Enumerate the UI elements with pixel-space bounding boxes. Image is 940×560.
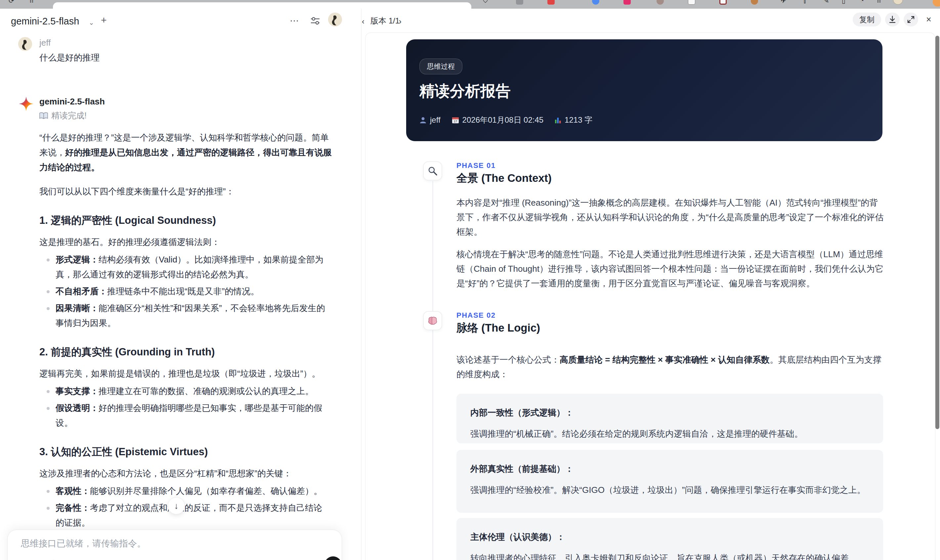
chevron-down-icon[interactable]: ⌄ [89, 18, 94, 26]
bullet-item: 事实支撑：推理建立在可靠的数据、准确的观测或公认的真理之上。 [39, 384, 330, 398]
assistant-message: gemini-2.5-flash 精读完成! “什么是好的推理？”这是一个涉及逻… [39, 95, 332, 560]
scroll-to-bottom-button[interactable]: ↓ [168, 497, 185, 514]
extension-icon[interactable] [751, 0, 758, 5]
bar-chart-icon [555, 116, 561, 124]
bullet-list: 形式逻辑：结构必须有效（Valid）。比如演绎推理中，如果前提全部为真，那么通过… [39, 252, 332, 331]
clock-icon[interactable]: ◔ [860, 0, 864, 4]
date-meta: 17 2026年01月08日 02:45 [452, 115, 544, 125]
section-intro: 逻辑再完美，如果前提是错误的，推理也是垃圾（即“垃圾进，垃圾出”）。 [39, 366, 332, 381]
user-message-text: 什么是好的推理 [39, 52, 332, 63]
phase2-node [423, 311, 442, 330]
extension-icon[interactable] [516, 0, 523, 5]
bullet-item: 不自相矛盾：推理链条中不能出现“既是又非”的情况。 [39, 284, 330, 299]
section-intro: 这是推理的基石。好的推理必须遵循逻辑法则： [39, 235, 332, 249]
logic-card-text: 转向推理者的心理特征。引入奥卡姆剃刀和反向论证，旨在克服人类（或机器）天然存在的… [470, 551, 869, 560]
extension-icon[interactable] [547, 0, 555, 5]
extension-icon[interactable] [592, 0, 599, 5]
split-view-icon[interactable]: ⫿ [804, 0, 806, 4]
word-count-meta: 1213 字 [555, 115, 592, 125]
browser-toolbar: ⟳ ⠿ ⛉ ✈ ⫿ ✎ ▯ ◔ ⠿ [0, 0, 940, 9]
logic-card: 主体伦理（认识美德）： 转向推理者的心理特征。引入奥卡姆剃刀和反向论证，旨在克服… [456, 518, 883, 560]
logic-card-title: 主体伦理（认识美德）： [470, 531, 869, 543]
user-avatar [18, 37, 32, 51]
bullet-item: 完备性：考虑了对立的观点和潜在的反证，而不是只选择支持自己结论的证据。 [39, 500, 330, 530]
version-label: 版本 1/1 [370, 15, 399, 26]
profile-avatar[interactable] [893, 0, 903, 5]
chat-scroll-area[interactable]: jeff 什么是好的推理 [0, 33, 362, 560]
svg-text:17: 17 [454, 120, 457, 123]
phase2-lead: 该论述基于一个核心公式：高质量结论 = 结构完整性 × 事实准确性 × 认知自律… [456, 352, 886, 382]
address-bar[interactable] [53, 2, 472, 9]
window-scrollbar[interactable] [935, 36, 939, 429]
phase2-title: 脉络 (The Logic) [456, 321, 540, 335]
book-icon [39, 112, 48, 119]
phase1-title: 全景 (The Context) [456, 171, 552, 186]
timeline-line [432, 181, 433, 560]
close-panel-button[interactable]: × [922, 12, 935, 26]
logic-card-title: 外部真实性（前提基础）： [470, 463, 869, 475]
voice-input-button[interactable] [324, 556, 342, 560]
assistant-name: gemini-2.5-flash [39, 95, 332, 107]
author-meta: jeff [419, 115, 441, 125]
gemini-logo-icon [19, 97, 33, 111]
tab-grid-icon[interactable]: ⠿ [29, 0, 34, 5]
section-intro: 这涉及推理者的心态和方法论，也是区分“杠精”和“思想家”的关键： [39, 466, 332, 481]
chat-header: gemini-2.5-flash ⌄ + ⋯ [0, 9, 361, 33]
report-meta: jeff 17 2026年01月08日 02:45 [419, 115, 592, 125]
reload-icon[interactable]: ⟳ [9, 0, 14, 5]
bookmark-bar-icon[interactable]: ⛉ [483, 0, 488, 4]
artifact-content[interactable]: 思维过程 精读分析报告 jeff 17 2026年01月08日 [365, 32, 935, 560]
section-heading: 1. 逻辑的严密性 (Logical Soundness) [39, 214, 332, 228]
version-next-button[interactable]: › [399, 15, 402, 28]
section-heading: 3. 认知的公正性 (Epistemic Virtues) [39, 445, 332, 459]
extension-icon[interactable] [688, 0, 695, 5]
logic-card: 外部真实性（前提基础）： 强调推理的“经验校准”。解决“GIGO（垃圾进，垃圾出… [456, 450, 883, 513]
logic-card-text: 强调推理的“机械正确”。结论必须在给定的规则系统内逻辑自洽，这是推理的硬件基础。 [470, 426, 869, 441]
pen-icon[interactable]: ✎ [824, 0, 829, 5]
close-icon: × [926, 15, 931, 25]
section-heading: 2. 前提的真实性 (Grounding in Truth) [39, 345, 332, 359]
browser-corner-icon[interactable] [933, 0, 940, 7]
phase1-node [423, 162, 442, 180]
extension-icon[interactable] [624, 0, 631, 5]
artifact-header: ‹ 版本 1/1 › 复制 × [362, 9, 940, 32]
person-icon [419, 116, 427, 124]
user-name: jeff [39, 36, 332, 48]
download-button[interactable] [885, 12, 900, 26]
extension-icon[interactable] [720, 0, 727, 5]
report-title: 精读分析报告 [419, 81, 511, 102]
assistant-intro: “什么是好的推理？”这是一个涉及逻辑学、认知科学和哲学核心的问题。简单来说，好的… [39, 130, 332, 175]
logic-card-title: 内部一致性（形式逻辑）： [470, 407, 869, 418]
version-prev-button[interactable]: ‹ [362, 15, 365, 28]
phase1-label: PHASE 01 [456, 162, 495, 170]
copy-button[interactable]: 复制 [853, 12, 881, 26]
assistant-lead: 我们可以从以下四个维度来衡量什么是“好的推理”： [39, 184, 332, 199]
phase1-paragraph: 本内容是对“推理 (Reasoning)”这一抽象概念的高层建模。在知识爆炸与人… [456, 195, 886, 239]
chat-input[interactable] [21, 538, 305, 549]
extension-icon[interactable]: ✈ [781, 0, 786, 5]
model-title[interactable]: gemini-2.5-flash [11, 16, 79, 27]
more-options-button[interactable]: ⋯ [290, 15, 300, 26]
logic-card: 内部一致性（形式逻辑）： 强调推理的“机械正确”。结论必须在给定的规则系统内逻辑… [456, 394, 883, 443]
logic-card-text: 强调推理的“经验校准”。解决“GIGO（垃圾进，垃圾出）”问题，确保推理引擎运行… [470, 483, 869, 497]
artifact-panel: ‹ 版本 1/1 › 复制 × 思维过程 精读分析报告 [362, 9, 940, 560]
phase1-paragraph: 核心情境在于解决“思考的随意性”问题。不论是人类通过批判性思维进行决策，还是大语… [456, 247, 886, 291]
message-composer[interactable]: + [7, 529, 342, 560]
chat-panel: gemini-2.5-flash ⌄ + ⋯ [0, 9, 362, 560]
download-icon [889, 15, 896, 23]
new-chat-button[interactable]: + [101, 15, 107, 26]
magnifier-icon [428, 166, 438, 176]
extension-icon[interactable] [656, 0, 664, 5]
expand-icon [907, 15, 915, 23]
calendar-icon: 17 [452, 116, 459, 124]
arrow-down-icon: ↓ [174, 501, 179, 511]
phase2-label: PHASE 02 [456, 311, 495, 320]
fullscreen-button[interactable] [904, 12, 918, 26]
bullet-item: 因果清晰：能准确区分“相关性”和“因果关系”，不会轻率地将先后发生的事情归为因果… [39, 301, 330, 331]
tune-settings-icon[interactable] [310, 17, 320, 25]
device-icon[interactable]: ▯ [842, 0, 845, 5]
grid-icon[interactable]: ⠿ [877, 0, 881, 5]
workspace-avatar[interactable] [328, 12, 342, 26]
assistant-status: 精读完成! [39, 110, 332, 121]
bullet-item: 假设透明：好的推理会明确指明哪些是已知事实，哪些是基于可能的假设。 [39, 401, 330, 431]
